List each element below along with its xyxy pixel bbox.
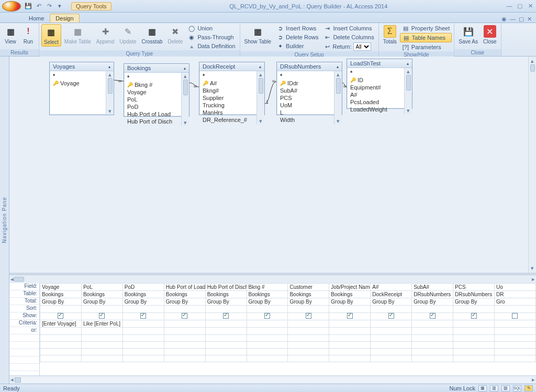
scroll-down-icon[interactable]: ▾ bbox=[108, 108, 111, 115]
grid-cell[interactable]: Group By bbox=[164, 298, 205, 306]
grid-cell[interactable]: Group By bbox=[122, 298, 164, 306]
field-item[interactable]: 🔑ID bbox=[350, 76, 403, 84]
grid-cell[interactable]: Bookings bbox=[205, 291, 247, 298]
field-item[interactable]: Trucking bbox=[203, 102, 255, 109]
grid-cell[interactable] bbox=[453, 335, 495, 342]
grid-cell[interactable]: Group By bbox=[329, 298, 371, 306]
scroll-left-icon[interactable]: ◂ bbox=[10, 376, 14, 383]
grid-cell[interactable] bbox=[494, 320, 535, 328]
field-item[interactable]: 🔑IDdr bbox=[280, 80, 333, 87]
grid-cell[interactable]: Group By bbox=[247, 298, 288, 306]
grid-cell[interactable]: [Enter Voyage] bbox=[40, 320, 82, 328]
grid-cell[interactable] bbox=[412, 342, 453, 349]
table-header[interactable]: Voyages▴ bbox=[50, 62, 114, 71]
scroll-up-icon[interactable]: ▴ bbox=[259, 71, 262, 78]
scroll-up-icon[interactable]: ▴ bbox=[108, 71, 111, 78]
view-pivotchart-button[interactable]: ▧ bbox=[501, 385, 510, 391]
table-header[interactable]: DockReceipt▴ bbox=[199, 62, 264, 71]
field-item[interactable]: PcsLoaded bbox=[350, 98, 403, 106]
grid-cell[interactable] bbox=[412, 313, 453, 320]
field-list[interactable]: *🔑IDEquipment#A#PcsLoadedLoadedWeight bbox=[347, 68, 404, 114]
field-item[interactable]: LoadedWeight bbox=[350, 106, 403, 113]
close-window-icon[interactable]: ✕ bbox=[527, 3, 534, 9]
scroll-up-icon[interactable]: ▴ bbox=[531, 58, 534, 64]
office-button[interactable] bbox=[2, 1, 21, 12]
grid-cell[interactable] bbox=[205, 320, 247, 328]
show-checkbox[interactable] bbox=[264, 313, 270, 319]
table-header[interactable]: Bookings▴ bbox=[124, 64, 189, 73]
grid-cell[interactable]: A# bbox=[371, 284, 412, 291]
grid-cell[interactable] bbox=[412, 355, 453, 362]
grid-cell[interactable] bbox=[122, 306, 164, 313]
grid-cell[interactable] bbox=[371, 335, 412, 342]
field-item[interactable]: * bbox=[280, 72, 333, 80]
grid-cell[interactable] bbox=[247, 335, 288, 342]
navigation-pane-collapsed[interactable]: Navigation Pane bbox=[0, 57, 9, 384]
field-item[interactable]: 🔑Voyage bbox=[53, 80, 105, 87]
grid-cell[interactable] bbox=[205, 355, 247, 362]
grid-cell[interactable] bbox=[247, 328, 288, 335]
grid-cell[interactable] bbox=[494, 349, 535, 355]
grid-cell[interactable] bbox=[40, 313, 82, 320]
help-icon[interactable]: ◉ bbox=[501, 16, 507, 23]
grid-cell[interactable] bbox=[164, 328, 205, 335]
grid-cell[interactable]: Uo bbox=[494, 284, 535, 291]
grid-cell[interactable]: SubA# bbox=[412, 284, 453, 291]
minimize-icon[interactable]: — bbox=[506, 3, 513, 9]
make-table-button[interactable]: ▦Make Table bbox=[62, 24, 93, 46]
show-checkbox[interactable] bbox=[140, 313, 146, 319]
grid-cell[interactable] bbox=[205, 335, 247, 342]
grid-cell[interactable] bbox=[329, 342, 371, 349]
grid-cell[interactable] bbox=[81, 342, 122, 349]
show-checkbox[interactable] bbox=[430, 313, 436, 319]
grid-cell[interactable] bbox=[288, 349, 329, 355]
field-item[interactable]: Voyage bbox=[127, 88, 180, 96]
grid-cell[interactable] bbox=[329, 335, 371, 342]
scroll-down-icon[interactable]: ▾ bbox=[337, 118, 340, 125]
grid-cell[interactable] bbox=[494, 313, 535, 320]
field-item[interactable]: Bkng# bbox=[203, 87, 255, 94]
grid-cell[interactable] bbox=[453, 355, 495, 362]
grid-cell[interactable]: Bookings bbox=[122, 291, 164, 298]
table-vscroll[interactable]: ▴▾ bbox=[334, 71, 342, 125]
grid-cell[interactable]: Group By bbox=[81, 298, 122, 306]
scroll-thumb[interactable] bbox=[259, 78, 263, 94]
grid-cell[interactable] bbox=[412, 349, 453, 355]
scroll-down-icon[interactable]: ▾ bbox=[407, 107, 410, 114]
grid-cell[interactable]: Hub Port of Loading bbox=[164, 284, 205, 291]
table-vscroll[interactable]: ▴▾ bbox=[106, 71, 114, 115]
diagram-hscroll[interactable]: ◂ ▸ bbox=[9, 275, 536, 283]
grid-cell[interactable] bbox=[494, 335, 535, 342]
save-icon[interactable]: 💾 bbox=[24, 2, 32, 10]
grid-cell[interactable]: Group By bbox=[205, 298, 247, 306]
builder-button[interactable]: ✦Builder bbox=[274, 42, 320, 50]
grid-cell[interactable]: Voyage bbox=[40, 284, 82, 291]
grid-cell[interactable] bbox=[371, 313, 412, 320]
grid-cell[interactable]: Hub Port of Discharge bbox=[205, 284, 247, 291]
scroll-right-icon[interactable]: ▸ bbox=[532, 276, 535, 283]
grid-cell[interactable]: Bookings bbox=[247, 291, 288, 298]
grid-cell[interactable] bbox=[371, 342, 412, 349]
grid-cell[interactable] bbox=[122, 335, 164, 342]
grid-cell[interactable] bbox=[371, 355, 412, 362]
tab-home[interactable]: Home bbox=[23, 14, 50, 23]
table-vscroll[interactable]: ▴▾ bbox=[181, 73, 189, 126]
grid-cell[interactable] bbox=[122, 313, 164, 320]
passthrough-button[interactable]: ◉Pass-Through bbox=[186, 33, 237, 41]
table-voyages[interactable]: Voyages▴*🔑Voyage▴▾ bbox=[49, 62, 114, 115]
grid-cell[interactable] bbox=[81, 306, 122, 313]
grid-cell[interactable] bbox=[247, 342, 288, 349]
grid-cell[interactable]: DRsubNumbers bbox=[412, 291, 453, 298]
save-as-button[interactable]: 💾Save As bbox=[456, 24, 480, 46]
grid-hscroll[interactable]: ◂ ▸ bbox=[9, 375, 536, 384]
grid-cell[interactable]: Job/Project Name bbox=[329, 284, 371, 291]
close-button[interactable]: ✕Close bbox=[481, 24, 499, 46]
scroll-thumb[interactable] bbox=[530, 64, 535, 72]
grid-cell[interactable] bbox=[412, 306, 453, 313]
field-item[interactable]: Width bbox=[280, 116, 333, 124]
scroll-right-icon[interactable]: ▸ bbox=[532, 376, 535, 383]
field-item[interactable]: ManHrs bbox=[203, 109, 255, 116]
grid-cell[interactable]: DR bbox=[494, 291, 535, 298]
scroll-thumb[interactable] bbox=[15, 377, 21, 383]
field-item[interactable]: * bbox=[203, 72, 255, 80]
